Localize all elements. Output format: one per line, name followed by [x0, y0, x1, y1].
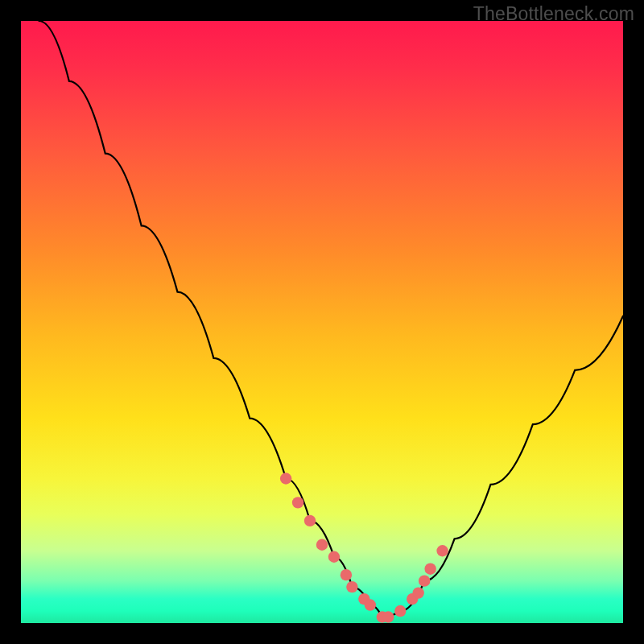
highlight-dot [280, 473, 291, 484]
highlight-dot [424, 563, 436, 574]
highlight-dot [382, 611, 394, 622]
highlight-dot [346, 581, 357, 592]
highlight-dot [316, 539, 328, 551]
bottleneck-curve [39, 21, 623, 617]
highlight-dot [341, 569, 352, 580]
highlight-dot [292, 497, 303, 508]
plot-area [21, 21, 623, 623]
highlight-dot [436, 545, 448, 556]
chart-frame: TheBottleneck.com [0, 0, 644, 644]
highlight-dot [412, 587, 423, 598]
highlight-dot [419, 575, 430, 586]
chart-svg [21, 21, 623, 623]
highlight-dot [304, 515, 316, 526]
highlight-dot [328, 551, 340, 563]
highlight-dot [365, 599, 376, 610]
highlight-dot [394, 605, 406, 617]
